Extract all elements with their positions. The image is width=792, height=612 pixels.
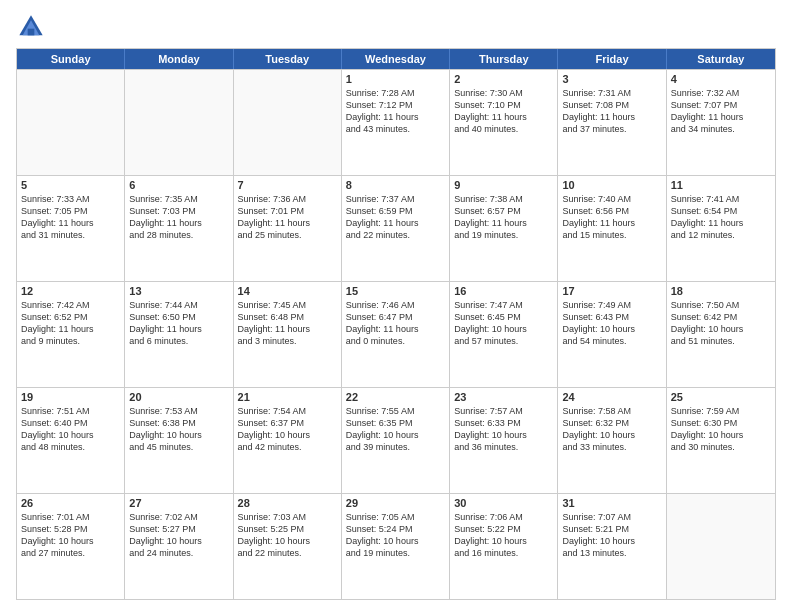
calendar-cell-23: 23Sunrise: 7:57 AM Sunset: 6:33 PM Dayli… (450, 388, 558, 493)
day-number: 31 (562, 497, 661, 509)
day-number: 7 (238, 179, 337, 191)
cell-text: Sunrise: 7:58 AM Sunset: 6:32 PM Dayligh… (562, 405, 661, 454)
calendar-cell-19: 19Sunrise: 7:51 AM Sunset: 6:40 PM Dayli… (17, 388, 125, 493)
day-number: 14 (238, 285, 337, 297)
day-number: 1 (346, 73, 445, 85)
cell-text: Sunrise: 7:54 AM Sunset: 6:37 PM Dayligh… (238, 405, 337, 454)
calendar-cell-20: 20Sunrise: 7:53 AM Sunset: 6:38 PM Dayli… (125, 388, 233, 493)
calendar-cell-29: 29Sunrise: 7:05 AM Sunset: 5:24 PM Dayli… (342, 494, 450, 599)
calendar-cell-13: 13Sunrise: 7:44 AM Sunset: 6:50 PM Dayli… (125, 282, 233, 387)
calendar: SundayMondayTuesdayWednesdayThursdayFrid… (16, 48, 776, 600)
calendar-cell-8: 8Sunrise: 7:37 AM Sunset: 6:59 PM Daylig… (342, 176, 450, 281)
day-number: 20 (129, 391, 228, 403)
day-number: 21 (238, 391, 337, 403)
calendar-cell-12: 12Sunrise: 7:42 AM Sunset: 6:52 PM Dayli… (17, 282, 125, 387)
day-number: 30 (454, 497, 553, 509)
calendar-header-monday: Monday (125, 49, 233, 69)
calendar-row-1: 1Sunrise: 7:28 AM Sunset: 7:12 PM Daylig… (17, 69, 775, 175)
cell-text: Sunrise: 7:28 AM Sunset: 7:12 PM Dayligh… (346, 87, 445, 136)
calendar-cell-empty-0-2 (234, 70, 342, 175)
calendar-cell-2: 2Sunrise: 7:30 AM Sunset: 7:10 PM Daylig… (450, 70, 558, 175)
cell-text: Sunrise: 7:47 AM Sunset: 6:45 PM Dayligh… (454, 299, 553, 348)
cell-text: Sunrise: 7:36 AM Sunset: 7:01 PM Dayligh… (238, 193, 337, 242)
day-number: 18 (671, 285, 771, 297)
calendar-cell-31: 31Sunrise: 7:07 AM Sunset: 5:21 PM Dayli… (558, 494, 666, 599)
calendar-cell-7: 7Sunrise: 7:36 AM Sunset: 7:01 PM Daylig… (234, 176, 342, 281)
cell-text: Sunrise: 7:57 AM Sunset: 6:33 PM Dayligh… (454, 405, 553, 454)
cell-text: Sunrise: 7:41 AM Sunset: 6:54 PM Dayligh… (671, 193, 771, 242)
calendar-cell-26: 26Sunrise: 7:01 AM Sunset: 5:28 PM Dayli… (17, 494, 125, 599)
day-number: 24 (562, 391, 661, 403)
calendar-cell-1: 1Sunrise: 7:28 AM Sunset: 7:12 PM Daylig… (342, 70, 450, 175)
day-number: 9 (454, 179, 553, 191)
cell-text: Sunrise: 7:46 AM Sunset: 6:47 PM Dayligh… (346, 299, 445, 348)
cell-text: Sunrise: 7:38 AM Sunset: 6:57 PM Dayligh… (454, 193, 553, 242)
calendar-body: 1Sunrise: 7:28 AM Sunset: 7:12 PM Daylig… (17, 69, 775, 599)
day-number: 22 (346, 391, 445, 403)
day-number: 26 (21, 497, 120, 509)
day-number: 6 (129, 179, 228, 191)
cell-text: Sunrise: 7:37 AM Sunset: 6:59 PM Dayligh… (346, 193, 445, 242)
cell-text: Sunrise: 7:40 AM Sunset: 6:56 PM Dayligh… (562, 193, 661, 242)
calendar-row-3: 12Sunrise: 7:42 AM Sunset: 6:52 PM Dayli… (17, 281, 775, 387)
day-number: 11 (671, 179, 771, 191)
day-number: 17 (562, 285, 661, 297)
day-number: 4 (671, 73, 771, 85)
cell-text: Sunrise: 7:49 AM Sunset: 6:43 PM Dayligh… (562, 299, 661, 348)
calendar-cell-4: 4Sunrise: 7:32 AM Sunset: 7:07 PM Daylig… (667, 70, 775, 175)
cell-text: Sunrise: 7:06 AM Sunset: 5:22 PM Dayligh… (454, 511, 553, 560)
cell-text: Sunrise: 7:30 AM Sunset: 7:10 PM Dayligh… (454, 87, 553, 136)
page: SundayMondayTuesdayWednesdayThursdayFrid… (0, 0, 792, 612)
calendar-cell-22: 22Sunrise: 7:55 AM Sunset: 6:35 PM Dayli… (342, 388, 450, 493)
calendar-header-friday: Friday (558, 49, 666, 69)
cell-text: Sunrise: 7:03 AM Sunset: 5:25 PM Dayligh… (238, 511, 337, 560)
logo (16, 12, 50, 42)
calendar-cell-15: 15Sunrise: 7:46 AM Sunset: 6:47 PM Dayli… (342, 282, 450, 387)
calendar-cell-16: 16Sunrise: 7:47 AM Sunset: 6:45 PM Dayli… (450, 282, 558, 387)
calendar-row-4: 19Sunrise: 7:51 AM Sunset: 6:40 PM Dayli… (17, 387, 775, 493)
day-number: 15 (346, 285, 445, 297)
calendar-cell-27: 27Sunrise: 7:02 AM Sunset: 5:27 PM Dayli… (125, 494, 233, 599)
cell-text: Sunrise: 7:42 AM Sunset: 6:52 PM Dayligh… (21, 299, 120, 348)
calendar-cell-3: 3Sunrise: 7:31 AM Sunset: 7:08 PM Daylig… (558, 70, 666, 175)
cell-text: Sunrise: 7:53 AM Sunset: 6:38 PM Dayligh… (129, 405, 228, 454)
calendar-cell-18: 18Sunrise: 7:50 AM Sunset: 6:42 PM Dayli… (667, 282, 775, 387)
day-number: 27 (129, 497, 228, 509)
day-number: 3 (562, 73, 661, 85)
calendar-header-tuesday: Tuesday (234, 49, 342, 69)
calendar-header-wednesday: Wednesday (342, 49, 450, 69)
calendar-header-row: SundayMondayTuesdayWednesdayThursdayFrid… (17, 49, 775, 69)
calendar-cell-24: 24Sunrise: 7:58 AM Sunset: 6:32 PM Dayli… (558, 388, 666, 493)
svg-rect-2 (28, 29, 35, 36)
day-number: 13 (129, 285, 228, 297)
header (16, 12, 776, 42)
cell-text: Sunrise: 7:31 AM Sunset: 7:08 PM Dayligh… (562, 87, 661, 136)
day-number: 12 (21, 285, 120, 297)
calendar-cell-6: 6Sunrise: 7:35 AM Sunset: 7:03 PM Daylig… (125, 176, 233, 281)
day-number: 23 (454, 391, 553, 403)
cell-text: Sunrise: 7:45 AM Sunset: 6:48 PM Dayligh… (238, 299, 337, 348)
day-number: 5 (21, 179, 120, 191)
cell-text: Sunrise: 7:55 AM Sunset: 6:35 PM Dayligh… (346, 405, 445, 454)
calendar-cell-17: 17Sunrise: 7:49 AM Sunset: 6:43 PM Dayli… (558, 282, 666, 387)
cell-text: Sunrise: 7:02 AM Sunset: 5:27 PM Dayligh… (129, 511, 228, 560)
cell-text: Sunrise: 7:51 AM Sunset: 6:40 PM Dayligh… (21, 405, 120, 454)
cell-text: Sunrise: 7:44 AM Sunset: 6:50 PM Dayligh… (129, 299, 228, 348)
calendar-header-saturday: Saturday (667, 49, 775, 69)
day-number: 2 (454, 73, 553, 85)
calendar-cell-14: 14Sunrise: 7:45 AM Sunset: 6:48 PM Dayli… (234, 282, 342, 387)
calendar-cell-empty-0-1 (125, 70, 233, 175)
cell-text: Sunrise: 7:01 AM Sunset: 5:28 PM Dayligh… (21, 511, 120, 560)
calendar-row-5: 26Sunrise: 7:01 AM Sunset: 5:28 PM Dayli… (17, 493, 775, 599)
cell-text: Sunrise: 7:35 AM Sunset: 7:03 PM Dayligh… (129, 193, 228, 242)
day-number: 19 (21, 391, 120, 403)
cell-text: Sunrise: 7:59 AM Sunset: 6:30 PM Dayligh… (671, 405, 771, 454)
cell-text: Sunrise: 7:05 AM Sunset: 5:24 PM Dayligh… (346, 511, 445, 560)
day-number: 25 (671, 391, 771, 403)
calendar-cell-30: 30Sunrise: 7:06 AM Sunset: 5:22 PM Dayli… (450, 494, 558, 599)
calendar-cell-10: 10Sunrise: 7:40 AM Sunset: 6:56 PM Dayli… (558, 176, 666, 281)
day-number: 8 (346, 179, 445, 191)
calendar-row-2: 5Sunrise: 7:33 AM Sunset: 7:05 PM Daylig… (17, 175, 775, 281)
day-number: 10 (562, 179, 661, 191)
logo-icon (16, 12, 46, 42)
